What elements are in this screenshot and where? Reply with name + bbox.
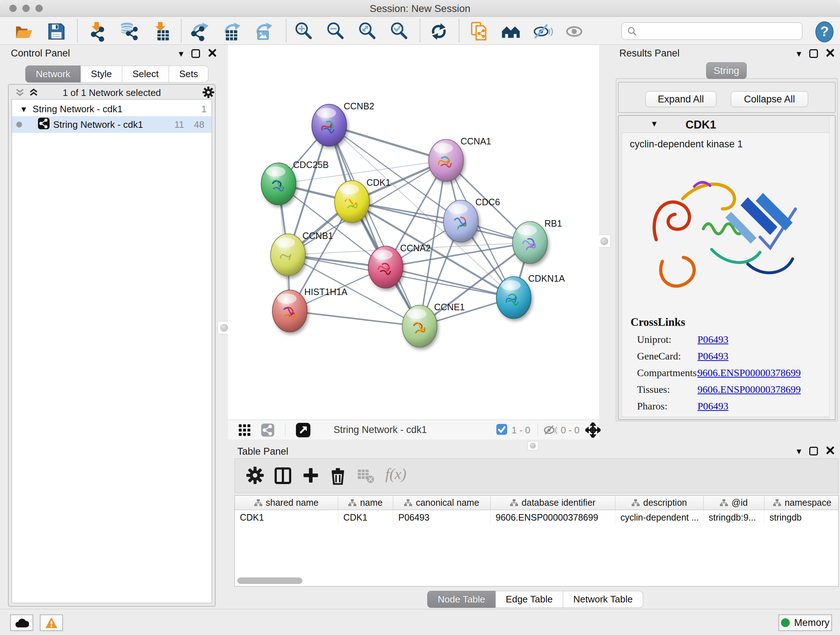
network-collection-row[interactable]: ▾ String Network - cdk1 1 [12,102,212,116]
node-HIST1H1A[interactable] [272,290,307,332]
crosslink-link[interactable]: P06493 [698,334,729,345]
crosslink-row: Pharos:P06493 [630,401,826,412]
export-table-button[interactable] [221,21,242,42]
zoom-selected-button[interactable] [389,21,409,42]
close-panel-icon[interactable] [826,49,835,59]
network-row-selected[interactable]: String Network - cdk1 11 48 [12,116,212,133]
help-button[interactable]: ? [814,21,835,44]
refresh-view-button[interactable] [429,21,449,42]
export-network-button[interactable] [189,21,210,42]
tab-sets[interactable]: Sets [169,65,208,82]
results-scrollbar[interactable] [829,117,834,419]
collapse-all-button[interactable]: Collapse All [731,91,808,107]
tab-style[interactable]: Style [81,65,122,82]
create-column-plus-icon[interactable] [302,467,319,486]
cell-database-identifier[interactable]: 9606.ENSP00000378699 [491,510,615,524]
crosslink-link[interactable]: 9606.ENSP00000378699 [698,384,801,395]
column-header-database-identifier[interactable]: database identifier [491,496,615,510]
node-table[interactable]: shared namenamecanonical namedatabase id… [234,495,838,586]
cell-@id[interactable]: stringdb:9... [704,510,764,524]
right-splitter-grip[interactable] [598,234,611,248]
node-CDKN1A[interactable] [496,277,531,318]
tab-node-table[interactable]: Node Table [427,591,496,608]
cell-canonical-name[interactable]: P06493 [393,510,491,524]
close-panel-icon[interactable] [208,49,217,59]
node-RB1[interactable] [513,222,547,264]
bottom-splitter-grip[interactable] [527,441,538,450]
edge-CCNB2-CCNA1[interactable] [329,125,446,160]
crosslink-link[interactable]: P06493 [698,350,729,362]
node-CCNA2[interactable] [368,246,403,288]
table-options-gear-icon[interactable] [246,467,264,486]
network-canvas[interactable]: CCNB2 CCNA1 CDC25B CDK1 CDC6 RB1 CCNB1 C… [228,45,599,420]
save-session-button[interactable] [46,21,66,42]
delete-column-trash-icon[interactable] [330,467,346,486]
edge-HIST1H1A-CCNE1[interactable] [290,311,420,326]
birds-eye-view-icon[interactable] [239,424,251,437]
warnings-button[interactable] [40,614,63,631]
column-header-name[interactable]: name [338,496,393,510]
column-header-canonical-name[interactable]: canonical name [393,496,491,510]
zoom-fit-button[interactable] [357,21,378,42]
crosslink-link[interactable]: 9606.ENSP00000378699 [698,367,801,379]
open-session-button[interactable] [14,21,35,42]
tab-edge-table[interactable]: Edge Table [496,591,563,608]
collection-expand-icon[interactable]: ▾ [21,104,26,114]
detach-view-icon[interactable] [296,423,310,439]
import-table-file-button[interactable] [150,21,171,42]
node-CDC25B[interactable] [261,163,296,205]
column-header-description[interactable]: description [615,496,704,510]
string-view-icon[interactable] [261,424,274,438]
column-header-shared-name[interactable]: shared name [235,496,338,510]
column-header-namespace[interactable]: namespace [764,496,838,510]
clone-network-button[interactable] [469,21,489,42]
tab-network-table[interactable]: Network Table [563,591,643,608]
panel-menu-icon[interactable]: ▾ [797,49,801,58]
float-panel-icon[interactable] [809,447,818,455]
import-network-file-button[interactable] [87,21,107,42]
search-box[interactable] [622,22,802,40]
tab-network[interactable]: Network [25,65,81,82]
show-columns-icon[interactable] [274,467,292,486]
first-neighbors-icon [501,21,521,42]
cell-description[interactable]: cyclin-dependent ... [615,510,704,524]
float-panel-icon[interactable] [191,49,200,58]
node-CCNE1[interactable] [402,305,437,347]
protein-card-header[interactable]: ▾ CDK1 [619,116,835,132]
table-row[interactable]: CDK1CDK1P064939606.ENSP00000378699cyclin… [235,510,838,524]
collapse-card-icon[interactable]: ▾ [652,119,657,128]
node-CDC6[interactable] [444,200,478,242]
float-panel-icon[interactable] [809,49,818,58]
memory-button[interactable]: Memory [778,614,832,631]
node-CCNB2[interactable] [312,104,347,146]
first-neighbors-button[interactable] [501,21,521,42]
panel-menu-icon[interactable]: ▾ [797,447,801,456]
tab-select[interactable]: Select [122,65,169,82]
network-graph[interactable]: CCNB2 CCNA1 CDC25B CDK1 CDC6 RB1 CCNB1 C… [228,45,599,420]
crosslink-link[interactable]: P06493 [698,401,729,412]
cell-shared-name[interactable]: CDK1 [235,510,338,524]
node-CCNB1[interactable] [271,234,305,276]
network-options-gear-icon[interactable] [202,87,214,100]
fit-selected-crosshair-icon[interactable] [585,423,600,439]
column-header-@id[interactable]: @id [704,496,764,510]
selected-checkbox-icon[interactable] [496,424,507,436]
search-input[interactable] [637,26,793,37]
export-image-button[interactable] [253,21,273,42]
import-network-database-button[interactable] [118,21,139,42]
cloud-button[interactable] [10,614,33,631]
scrollbar-thumb[interactable] [237,578,302,584]
zoom-out-button[interactable] [325,21,346,42]
cell-namespace[interactable]: stringdb [764,510,838,524]
close-panel-icon[interactable] [826,446,835,456]
show-all-button[interactable] [565,21,585,42]
results-tab-string[interactable]: String [706,62,747,79]
panel-menu-icon[interactable]: ▾ [179,49,183,58]
node-CCNA1[interactable] [429,139,463,181]
hide-selected-button[interactable] [533,21,553,42]
node-CDK1[interactable] [335,181,369,223]
table-horizontal-scrollbar[interactable] [235,578,833,585]
cell-name[interactable]: CDK1 [338,510,393,524]
zoom-in-button[interactable] [294,21,314,42]
expand-all-button[interactable]: Expand All [645,91,716,107]
